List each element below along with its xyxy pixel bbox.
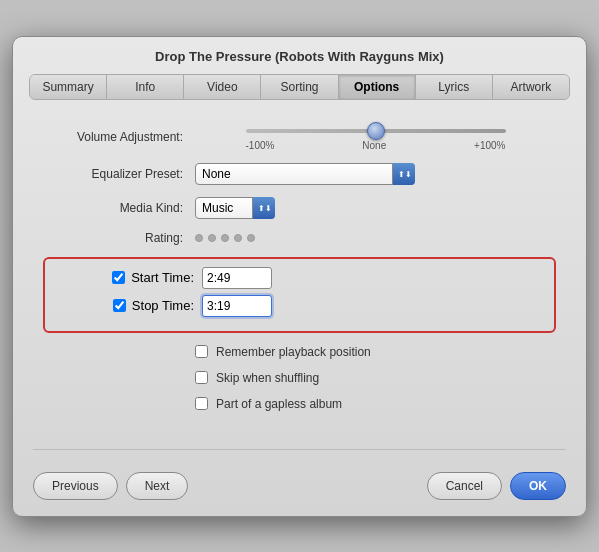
bottom-divider bbox=[33, 449, 566, 450]
left-buttons: Previous Next bbox=[33, 472, 188, 500]
tab-summary[interactable]: Summary bbox=[30, 75, 107, 99]
tab-sorting[interactable]: Sorting bbox=[261, 75, 338, 99]
rating-label: Rating: bbox=[43, 231, 183, 245]
extra-checkboxes: Remember playback position Skip when shu… bbox=[195, 345, 556, 417]
media-kind-select-wrapper: Music bbox=[195, 197, 275, 219]
stop-time-label-area: Stop Time: bbox=[57, 298, 202, 313]
slider-labels: -100% None +100% bbox=[246, 140, 506, 151]
options-panel: Volume Adjustment: -100% None +100% Equa… bbox=[13, 116, 586, 441]
rating-dot-1[interactable] bbox=[195, 234, 203, 242]
ok-button[interactable]: OK bbox=[510, 472, 566, 500]
bottom-bar: Previous Next Cancel OK bbox=[13, 462, 586, 500]
slider-min-label: -100% bbox=[246, 140, 275, 151]
gapless-label: Part of a gapless album bbox=[216, 397, 342, 411]
rating-dot-3[interactable] bbox=[221, 234, 229, 242]
slider-none-label: None bbox=[362, 140, 386, 151]
title-text: Drop The Pressure (Robots With Rayguns M… bbox=[155, 49, 444, 64]
gapless-row: Part of a gapless album bbox=[195, 397, 556, 411]
time-range-box: Start Time: 2:49 Stop Time: 3:19 bbox=[43, 257, 556, 333]
rating-control[interactable] bbox=[195, 234, 255, 242]
tab-info[interactable]: Info bbox=[107, 75, 184, 99]
volume-label: Volume Adjustment: bbox=[43, 130, 183, 144]
dialog: Drop The Pressure (Robots With Rayguns M… bbox=[12, 36, 587, 517]
remember-label: Remember playback position bbox=[216, 345, 371, 359]
tab-artwork[interactable]: Artwork bbox=[493, 75, 569, 99]
start-time-row: Start Time: 2:49 bbox=[57, 267, 542, 289]
slider-max-label: +100% bbox=[474, 140, 505, 151]
rating-row: Rating: bbox=[43, 231, 556, 245]
start-time-label-area: Start Time: bbox=[57, 270, 202, 285]
cancel-button[interactable]: Cancel bbox=[427, 472, 502, 500]
remember-checkbox[interactable] bbox=[195, 345, 208, 358]
start-time-label: Start Time: bbox=[131, 270, 194, 285]
tab-bar: Summary Info Video Sorting Options Lyric… bbox=[29, 74, 570, 100]
equalizer-row: Equalizer Preset: None bbox=[43, 163, 556, 185]
dialog-title: Drop The Pressure (Robots With Rayguns M… bbox=[13, 37, 586, 74]
volume-slider-track[interactable] bbox=[246, 124, 506, 138]
equalizer-label: Equalizer Preset: bbox=[43, 167, 183, 181]
volume-slider-container: -100% None +100% bbox=[195, 124, 556, 151]
rating-dot-2[interactable] bbox=[208, 234, 216, 242]
gapless-checkbox[interactable] bbox=[195, 397, 208, 410]
start-time-checkbox[interactable] bbox=[112, 271, 125, 284]
slider-line bbox=[246, 129, 506, 133]
media-kind-select[interactable]: Music bbox=[195, 197, 275, 219]
start-time-input[interactable]: 2:49 bbox=[202, 267, 272, 289]
right-buttons: Cancel OK bbox=[427, 472, 566, 500]
media-kind-label: Media Kind: bbox=[43, 201, 183, 215]
tab-lyrics[interactable]: Lyrics bbox=[416, 75, 493, 99]
skip-row: Skip when shuffling bbox=[195, 371, 556, 385]
tab-video[interactable]: Video bbox=[184, 75, 261, 99]
previous-button[interactable]: Previous bbox=[33, 472, 118, 500]
skip-checkbox[interactable] bbox=[195, 371, 208, 384]
equalizer-select-wrapper: None bbox=[195, 163, 415, 185]
stop-time-checkbox[interactable] bbox=[113, 299, 126, 312]
remember-row: Remember playback position bbox=[195, 345, 556, 359]
rating-dot-5[interactable] bbox=[247, 234, 255, 242]
media-kind-row: Media Kind: Music bbox=[43, 197, 556, 219]
stop-time-input[interactable]: 3:19 bbox=[202, 295, 272, 317]
tab-options[interactable]: Options bbox=[339, 75, 416, 99]
slider-thumb[interactable] bbox=[367, 122, 385, 140]
stop-time-row: Stop Time: 3:19 bbox=[57, 295, 542, 317]
next-button[interactable]: Next bbox=[126, 472, 189, 500]
volume-row: Volume Adjustment: -100% None +100% bbox=[43, 124, 556, 151]
skip-label: Skip when shuffling bbox=[216, 371, 319, 385]
equalizer-select[interactable]: None bbox=[195, 163, 415, 185]
stop-time-label: Stop Time: bbox=[132, 298, 194, 313]
rating-dot-4[interactable] bbox=[234, 234, 242, 242]
